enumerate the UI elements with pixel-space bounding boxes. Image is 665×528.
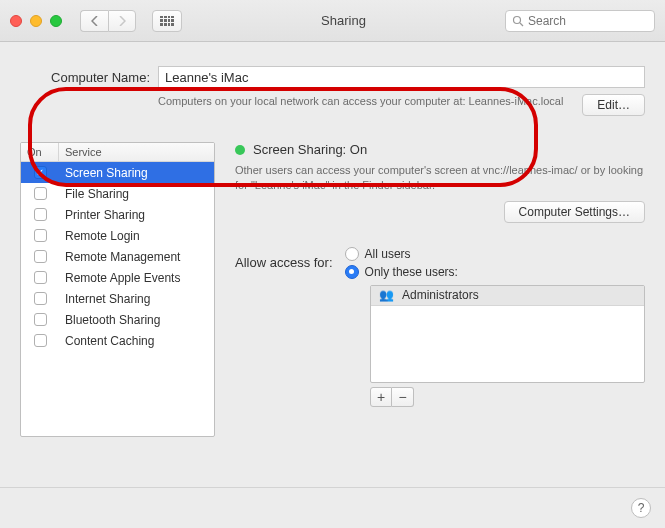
user-label: Administrators <box>402 288 479 302</box>
user-row[interactable]: 👥 Administrators <box>371 286 644 306</box>
status-description: Other users can access your computer's s… <box>235 163 645 193</box>
service-row[interactable]: Remote Login <box>21 225 214 246</box>
services-header: On Service <box>21 143 214 162</box>
status-title: Screen Sharing: On <box>253 142 367 157</box>
add-user-button[interactable]: + <box>370 387 392 407</box>
back-button[interactable] <box>80 10 108 32</box>
remove-user-button[interactable]: − <box>392 387 414 407</box>
radio-icon <box>345 247 359 261</box>
service-row[interactable]: Internet Sharing <box>21 288 214 309</box>
service-label: Remote Login <box>59 229 214 243</box>
show-all-button[interactable] <box>152 10 182 32</box>
service-checkbox[interactable] <box>34 208 47 221</box>
main-row: On Service Screen SharingFile SharingPri… <box>20 142 645 437</box>
forward-button[interactable] <box>108 10 136 32</box>
computer-settings-button[interactable]: Computer Settings… <box>504 201 645 223</box>
service-row[interactable]: Bluetooth Sharing <box>21 309 214 330</box>
service-label: Remote Apple Events <box>59 271 214 285</box>
radio-icon <box>345 265 359 279</box>
nav-group <box>80 10 136 32</box>
service-label: Bluetooth Sharing <box>59 313 214 327</box>
radio-all-users[interactable]: All users <box>345 247 458 261</box>
service-label: Screen Sharing <box>59 166 214 180</box>
service-checkbox[interactable] <box>34 229 47 242</box>
service-label: File Sharing <box>59 187 214 201</box>
close-icon[interactable] <box>10 15 22 27</box>
computer-name-subtext-row: Computers on your local network can acce… <box>20 94 645 116</box>
detail-panel: Screen Sharing: On Other users can acces… <box>235 142 645 437</box>
service-row[interactable]: Remote Management <box>21 246 214 267</box>
service-label: Content Caching <box>59 334 214 348</box>
access-row: Allow access for: All users Only these u… <box>235 247 645 279</box>
titlebar: Sharing <box>0 0 665 42</box>
service-row[interactable]: Screen Sharing <box>21 162 214 183</box>
service-row[interactable]: File Sharing <box>21 183 214 204</box>
radio-only-label: Only these users: <box>365 265 458 279</box>
service-checkbox[interactable] <box>34 250 47 263</box>
minimize-icon[interactable] <box>30 15 42 27</box>
search-input[interactable] <box>528 14 648 28</box>
zoom-icon[interactable] <box>50 15 62 27</box>
column-service: Service <box>59 143 214 161</box>
service-row[interactable]: Printer Sharing <box>21 204 214 225</box>
services-list[interactable]: On Service Screen SharingFile SharingPri… <box>20 142 215 437</box>
service-checkbox[interactable] <box>34 313 47 326</box>
service-checkbox[interactable] <box>34 166 47 179</box>
computer-name-row: Computer Name: <box>20 66 645 88</box>
service-checkbox[interactable] <box>34 292 47 305</box>
service-row[interactable]: Remote Apple Events <box>21 267 214 288</box>
radio-only-users[interactable]: Only these users: <box>345 265 458 279</box>
computer-name-subtext: Computers on your local network can acce… <box>158 94 575 116</box>
service-checkbox[interactable] <box>34 187 47 200</box>
access-options: All users Only these users: <box>345 247 458 279</box>
window-title: Sharing <box>190 13 497 28</box>
content: Computer Name: Computers on your local n… <box>0 42 665 528</box>
help-button[interactable]: ? <box>631 498 651 518</box>
radio-all-label: All users <box>365 247 411 261</box>
service-checkbox[interactable] <box>34 271 47 284</box>
column-on: On <box>21 143 59 161</box>
status-row: Screen Sharing: On <box>235 142 645 157</box>
service-label: Internet Sharing <box>59 292 214 306</box>
service-label: Remote Management <box>59 250 214 264</box>
search-field[interactable] <box>505 10 655 32</box>
svg-line-1 <box>520 23 523 26</box>
users-list[interactable]: 👥 Administrators <box>370 285 645 383</box>
traffic-lights <box>10 15 62 27</box>
computer-name-input[interactable] <box>158 66 645 88</box>
service-label: Printer Sharing <box>59 208 214 222</box>
edit-button[interactable]: Edit… <box>582 94 645 116</box>
svg-point-0 <box>514 16 521 23</box>
service-checkbox[interactable] <box>34 334 47 347</box>
service-row[interactable]: Content Caching <box>21 330 214 351</box>
access-label: Allow access for: <box>235 255 333 270</box>
computer-name-label: Computer Name: <box>20 70 150 85</box>
group-icon: 👥 <box>379 288 394 302</box>
search-icon <box>512 15 524 27</box>
grid-icon <box>160 16 174 26</box>
status-indicator-icon <box>235 145 245 155</box>
separator <box>0 487 665 488</box>
